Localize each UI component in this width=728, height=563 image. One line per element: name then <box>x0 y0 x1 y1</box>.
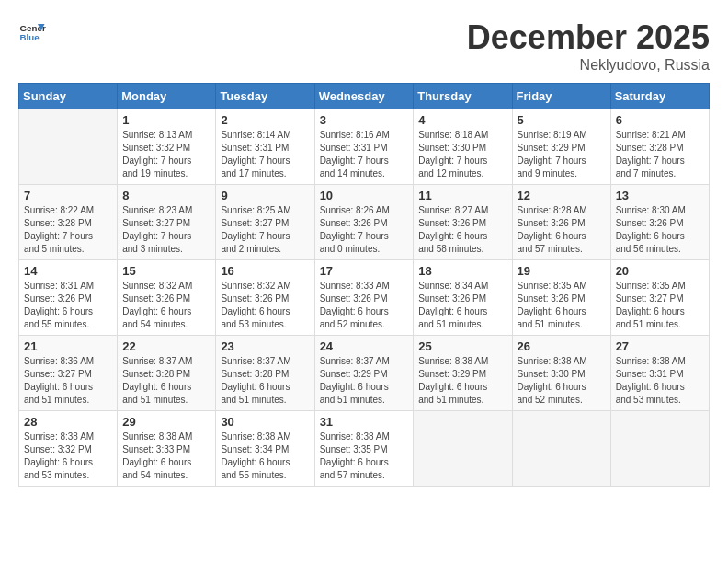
calendar-cell <box>512 411 610 487</box>
day-info: Sunrise: 8:19 AM Sunset: 3:29 PM Dayligh… <box>518 129 606 180</box>
day-number: 2 <box>221 113 309 127</box>
calendar-cell: 28Sunrise: 8:38 AM Sunset: 3:32 PM Dayli… <box>19 411 118 487</box>
day-number: 14 <box>24 264 112 278</box>
day-info: Sunrise: 8:28 AM Sunset: 3:26 PM Dayligh… <box>518 204 606 256</box>
calendar-cell: 19Sunrise: 8:35 AM Sunset: 3:26 PM Dayli… <box>512 260 610 336</box>
day-number: 23 <box>221 339 309 353</box>
calendar-cell: 4Sunrise: 8:18 AM Sunset: 3:30 PM Daylig… <box>414 109 512 185</box>
day-info: Sunrise: 8:38 AM Sunset: 3:31 PM Dayligh… <box>616 355 704 407</box>
day-number: 25 <box>418 339 506 353</box>
calendar-week-5: 28Sunrise: 8:38 AM Sunset: 3:32 PM Dayli… <box>19 411 710 487</box>
day-number: 19 <box>518 264 606 278</box>
day-header-sunday: Sunday <box>19 84 118 109</box>
day-number: 24 <box>320 339 409 353</box>
day-number: 3 <box>320 113 409 127</box>
day-number: 21 <box>24 339 112 353</box>
calendar-cell: 2Sunrise: 8:14 AM Sunset: 3:31 PM Daylig… <box>216 109 314 185</box>
day-number: 26 <box>518 339 606 353</box>
calendar-cell: 9Sunrise: 8:25 AM Sunset: 3:27 PM Daylig… <box>216 185 314 260</box>
calendar-cell: 30Sunrise: 8:38 AM Sunset: 3:34 PM Dayli… <box>216 411 314 487</box>
calendar-cell: 8Sunrise: 8:23 AM Sunset: 3:27 PM Daylig… <box>118 185 216 260</box>
calendar-cell: 31Sunrise: 8:38 AM Sunset: 3:35 PM Dayli… <box>314 411 414 487</box>
day-header-wednesday: Wednesday <box>314 84 414 109</box>
calendar-cell <box>414 411 512 487</box>
day-info: Sunrise: 8:30 AM Sunset: 3:26 PM Dayligh… <box>616 204 704 256</box>
location-subtitle: Neklyudovo, Russia <box>467 57 710 74</box>
day-number: 8 <box>122 189 210 202</box>
day-info: Sunrise: 8:38 AM Sunset: 3:33 PM Dayligh… <box>122 431 210 482</box>
calendar-week-2: 7Sunrise: 8:22 AM Sunset: 3:28 PM Daylig… <box>19 185 710 260</box>
day-number: 4 <box>418 113 506 127</box>
calendar-cell: 3Sunrise: 8:16 AM Sunset: 3:31 PM Daylig… <box>314 109 414 185</box>
day-info: Sunrise: 8:27 AM Sunset: 3:26 PM Dayligh… <box>418 204 506 256</box>
day-number: 10 <box>320 189 409 202</box>
day-number: 5 <box>518 113 606 127</box>
day-info: Sunrise: 8:23 AM Sunset: 3:27 PM Dayligh… <box>122 204 210 256</box>
calendar-cell: 11Sunrise: 8:27 AM Sunset: 3:26 PM Dayli… <box>414 185 512 260</box>
day-number: 30 <box>221 415 309 429</box>
day-info: Sunrise: 8:22 AM Sunset: 3:28 PM Dayligh… <box>24 204 112 256</box>
day-number: 7 <box>24 189 112 202</box>
calendar-week-3: 14Sunrise: 8:31 AM Sunset: 3:26 PM Dayli… <box>19 260 710 336</box>
day-number: 16 <box>221 264 309 278</box>
day-info: Sunrise: 8:32 AM Sunset: 3:26 PM Dayligh… <box>221 280 309 331</box>
day-number: 27 <box>616 339 704 353</box>
day-info: Sunrise: 8:37 AM Sunset: 3:28 PM Dayligh… <box>122 355 210 407</box>
calendar-cell: 10Sunrise: 8:26 AM Sunset: 3:26 PM Dayli… <box>314 185 414 260</box>
calendar-cell: 23Sunrise: 8:37 AM Sunset: 3:28 PM Dayli… <box>216 336 314 411</box>
title-block: December 2025 Neklyudovo, Russia <box>467 18 710 74</box>
day-info: Sunrise: 8:18 AM Sunset: 3:30 PM Dayligh… <box>418 129 506 180</box>
day-info: Sunrise: 8:32 AM Sunset: 3:26 PM Dayligh… <box>122 280 210 331</box>
day-info: Sunrise: 8:37 AM Sunset: 3:28 PM Dayligh… <box>221 355 309 407</box>
day-header-tuesday: Tuesday <box>216 84 314 109</box>
logo: General Blue <box>18 18 46 46</box>
day-number: 28 <box>24 415 112 429</box>
calendar-week-1: 1Sunrise: 8:13 AM Sunset: 3:32 PM Daylig… <box>19 109 710 185</box>
day-number: 12 <box>518 189 606 202</box>
day-info: Sunrise: 8:26 AM Sunset: 3:26 PM Dayligh… <box>320 204 409 256</box>
calendar-cell: 27Sunrise: 8:38 AM Sunset: 3:31 PM Dayli… <box>610 336 709 411</box>
calendar-cell: 16Sunrise: 8:32 AM Sunset: 3:26 PM Dayli… <box>216 260 314 336</box>
day-info: Sunrise: 8:14 AM Sunset: 3:31 PM Dayligh… <box>221 129 309 180</box>
day-info: Sunrise: 8:21 AM Sunset: 3:28 PM Dayligh… <box>616 129 704 180</box>
day-info: Sunrise: 8:38 AM Sunset: 3:32 PM Dayligh… <box>24 431 112 482</box>
day-info: Sunrise: 8:16 AM Sunset: 3:31 PM Dayligh… <box>320 129 409 180</box>
day-number: 13 <box>616 189 704 202</box>
day-number: 20 <box>616 264 704 278</box>
day-info: Sunrise: 8:25 AM Sunset: 3:27 PM Dayligh… <box>221 204 309 256</box>
day-info: Sunrise: 8:33 AM Sunset: 3:26 PM Dayligh… <box>320 280 409 331</box>
calendar-cell: 20Sunrise: 8:35 AM Sunset: 3:27 PM Dayli… <box>610 260 709 336</box>
calendar-cell: 14Sunrise: 8:31 AM Sunset: 3:26 PM Dayli… <box>19 260 118 336</box>
calendar-table: SundayMondayTuesdayWednesdayThursdayFrid… <box>18 83 710 487</box>
day-number: 31 <box>320 415 409 429</box>
calendar-cell: 18Sunrise: 8:34 AM Sunset: 3:26 PM Dayli… <box>414 260 512 336</box>
calendar-cell <box>610 411 709 487</box>
calendar-cell <box>19 109 118 185</box>
calendar-cell: 12Sunrise: 8:28 AM Sunset: 3:26 PM Dayli… <box>512 185 610 260</box>
calendar-cell: 13Sunrise: 8:30 AM Sunset: 3:26 PM Dayli… <box>610 185 709 260</box>
calendar-cell: 21Sunrise: 8:36 AM Sunset: 3:27 PM Dayli… <box>19 336 118 411</box>
day-number: 11 <box>418 189 506 202</box>
day-number: 15 <box>122 264 210 278</box>
day-number: 18 <box>418 264 506 278</box>
calendar-cell: 24Sunrise: 8:37 AM Sunset: 3:29 PM Dayli… <box>314 336 414 411</box>
calendar-cell: 17Sunrise: 8:33 AM Sunset: 3:26 PM Dayli… <box>314 260 414 336</box>
day-info: Sunrise: 8:38 AM Sunset: 3:35 PM Dayligh… <box>320 431 409 482</box>
calendar-cell: 7Sunrise: 8:22 AM Sunset: 3:28 PM Daylig… <box>19 185 118 260</box>
day-number: 6 <box>616 113 704 127</box>
day-info: Sunrise: 8:35 AM Sunset: 3:27 PM Dayligh… <box>616 280 704 331</box>
day-number: 17 <box>320 264 409 278</box>
day-number: 29 <box>122 415 210 429</box>
calendar-cell: 5Sunrise: 8:19 AM Sunset: 3:29 PM Daylig… <box>512 109 610 185</box>
day-header-monday: Monday <box>118 84 216 109</box>
day-number: 22 <box>122 339 210 353</box>
calendar-week-4: 21Sunrise: 8:36 AM Sunset: 3:27 PM Dayli… <box>19 336 710 411</box>
day-header-thursday: Thursday <box>414 84 512 109</box>
day-header-saturday: Saturday <box>610 84 709 109</box>
day-info: Sunrise: 8:13 AM Sunset: 3:32 PM Dayligh… <box>122 129 210 180</box>
day-info: Sunrise: 8:38 AM Sunset: 3:29 PM Dayligh… <box>418 355 506 407</box>
calendar-cell: 29Sunrise: 8:38 AM Sunset: 3:33 PM Dayli… <box>118 411 216 487</box>
calendar-cell: 15Sunrise: 8:32 AM Sunset: 3:26 PM Dayli… <box>118 260 216 336</box>
calendar-cell: 26Sunrise: 8:38 AM Sunset: 3:30 PM Dayli… <box>512 336 610 411</box>
page-header: General Blue December 2025 Neklyudovo, R… <box>18 18 710 74</box>
